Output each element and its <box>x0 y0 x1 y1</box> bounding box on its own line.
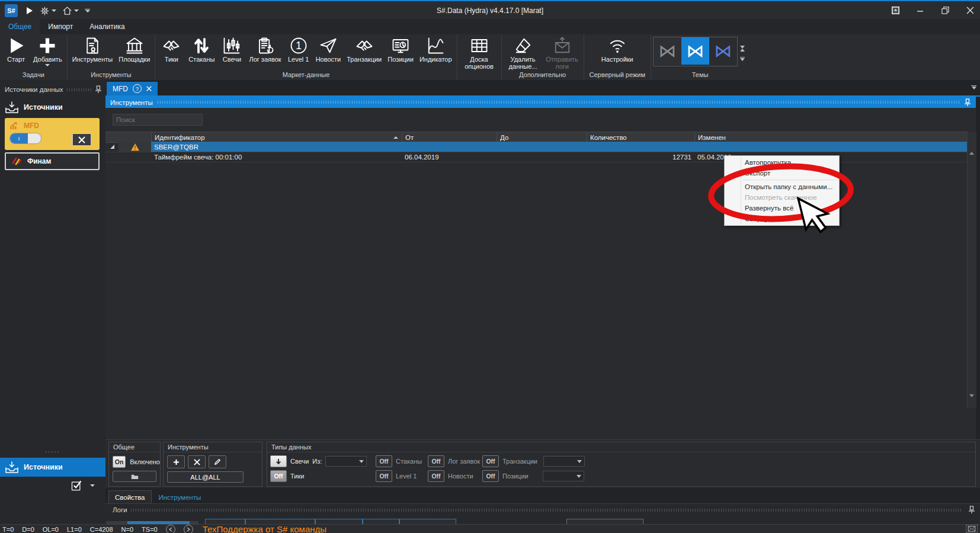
tab-instruments[interactable]: Инструменты <box>153 491 207 503</box>
ribbon-group-market-data: Тики Стаканы Свечи Лог заявок 1 Level 1 <box>155 34 457 80</box>
add-instrument-button[interactable] <box>167 455 185 468</box>
menu-item-open-folder[interactable]: Открыть папку с данными... <box>725 181 839 192</box>
pin-icon[interactable] <box>95 85 102 94</box>
next-button[interactable] <box>184 525 193 533</box>
help-icon[interactable]: ? <box>133 84 142 93</box>
column-header-changed[interactable]: Изменен <box>694 132 967 142</box>
chevron-down-icon[interactable] <box>90 484 95 487</box>
quick-settings-button[interactable] <box>37 4 59 18</box>
theme-light-tile[interactable]: ⋈ <box>709 37 737 65</box>
minimize-button[interactable] <box>912 4 928 17</box>
mfd-enabled-toggle[interactable]: I <box>9 133 41 144</box>
options-board-button[interactable]: Доска опционов <box>459 36 499 70</box>
theme-dark-tile[interactable]: ⋈ <box>654 37 681 65</box>
source-card-mfd[interactable]: MFD I <box>5 118 100 150</box>
prev-button[interactable] <box>166 525 175 533</box>
column-header-from[interactable]: От <box>402 132 497 142</box>
sidebar-item-sources-selected[interactable]: Источники <box>0 458 105 477</box>
ribbon-tab-analytics[interactable]: Аналитика <box>81 19 133 34</box>
level1-toggle[interactable]: Off <box>376 470 392 482</box>
instruments-panel-header[interactable]: Инструменты <box>105 97 976 108</box>
scroll-down-icon[interactable] <box>969 397 974 406</box>
instruments-button[interactable]: Инструменты <box>69 36 116 63</box>
sidebar-item-sources-top[interactable]: Источники <box>0 98 105 117</box>
transactions-combobox[interactable] <box>543 456 585 467</box>
checkbox-checked-icon[interactable] <box>71 480 82 491</box>
close-tab-icon[interactable] <box>146 86 152 91</box>
app-logo[interactable]: S# <box>5 4 18 17</box>
theme-blue-tile-selected[interactable]: ⋈ <box>681 37 709 65</box>
transactions-toggle[interactable]: Off <box>482 455 499 467</box>
all-at-all-button[interactable]: ALL@ALL <box>167 471 244 483</box>
chevron-left-icon <box>169 527 172 532</box>
depths-toggle[interactable]: Off <box>376 455 392 467</box>
news-toggle[interactable]: Off <box>428 470 444 482</box>
ribbon-tab-import[interactable]: Импорт <box>40 19 81 34</box>
scroll-up-icon[interactable] <box>969 143 974 152</box>
enabled-toggle-button[interactable]: On <box>113 456 126 468</box>
candles-download-toggle[interactable] <box>270 455 287 467</box>
source-card-finam[interactable]: Финам <box>5 152 100 170</box>
toolbar-customize-button[interactable] <box>82 4 93 18</box>
menu-item-collapse-all[interactable]: Свернуть всё <box>725 213 839 224</box>
support-link[interactable]: ТехПоддержка от S# команды <box>203 524 326 533</box>
ribbon-group-label: Серверный режим <box>586 71 649 80</box>
positions-button[interactable]: Позиции <box>385 36 417 63</box>
screenshot-button[interactable] <box>888 4 903 17</box>
remove-instrument-button[interactable] <box>188 455 206 468</box>
order-log-button[interactable]: Лог заявок <box>246 36 284 63</box>
tab-list-button[interactable] <box>971 85 976 90</box>
exchanges-button[interactable]: Площадки <box>116 36 153 63</box>
column-header-identifier[interactable]: Идентификатор <box>151 132 402 142</box>
ribbon-tab-common[interactable]: Общее <box>0 19 40 34</box>
orderlog-toggle[interactable]: Off <box>428 455 444 467</box>
menu-item-view-downloaded[interactable]: Посмотреть скаченное <box>725 192 839 203</box>
edit-instrument-button[interactable] <box>209 455 226 468</box>
splitter-handle[interactable]: ..... <box>0 446 105 454</box>
ribbon-group-tasks: Старт Добавить Задачи <box>0 34 68 80</box>
gallery-down-button[interactable] <box>740 49 745 57</box>
quick-home-button[interactable] <box>59 4 82 18</box>
positions-toggle[interactable]: Off <box>482 470 499 482</box>
row-expander[interactable] <box>105 142 119 152</box>
send-logs-button[interactable]: Отправить логи <box>543 36 582 70</box>
transactions-button[interactable]: Транзакции <box>344 36 385 63</box>
column-header-count[interactable]: Количество <box>587 132 694 142</box>
quick-start-button[interactable] <box>21 4 37 18</box>
gallery-expand-button[interactable] <box>740 57 745 61</box>
menu-item-export[interactable]: Экспорт <box>725 168 839 178</box>
logs-panel: Логи <box>105 503 980 525</box>
news-button[interactable]: Новости <box>313 36 344 63</box>
level1-button[interactable]: 1 Level 1 <box>284 36 313 63</box>
close-button[interactable] <box>962 4 978 17</box>
start-button[interactable]: Старт <box>2 36 30 63</box>
menu-item-autoscroll[interactable]: Автопрокрутка <box>725 157 839 168</box>
open-folder-button[interactable] <box>113 471 156 482</box>
server-settings-button[interactable]: Настройки <box>598 36 636 63</box>
menu-item-expand-all[interactable]: Развернуть всё <box>725 203 839 213</box>
counter-transactions: TS=0 <box>142 526 158 533</box>
pin-icon[interactable] <box>964 98 971 107</box>
vertical-scrollbar[interactable] <box>967 132 976 408</box>
remove-source-button[interactable] <box>72 133 91 146</box>
candles-button[interactable]: Свечи <box>217 36 246 63</box>
doc-tab-mfd[interactable]: MFD ? <box>107 82 158 95</box>
indicator-button[interactable]: Индикатор <box>417 36 455 63</box>
send-mail-icon <box>553 37 571 55</box>
pin-icon[interactable] <box>968 506 975 514</box>
restore-button[interactable] <box>937 4 953 17</box>
delete-data-button[interactable]: Удалить данные... <box>504 36 543 70</box>
logs-header[interactable]: Логи <box>105 504 980 516</box>
search-input[interactable] <box>113 114 203 126</box>
column-header-to[interactable]: До <box>497 132 587 142</box>
table-row-parent[interactable]: SBER@TQBR <box>105 142 967 152</box>
ticks-button[interactable]: Тики <box>157 36 185 63</box>
positions-combobox[interactable] <box>543 471 584 481</box>
status-mail-button[interactable] <box>966 525 978 533</box>
chevron-down-icon <box>740 46 745 57</box>
candles-from-combobox[interactable] <box>325 456 367 467</box>
depths-button[interactable]: Стаканы <box>185 36 217 63</box>
tab-properties[interactable]: Свойства <box>108 490 152 503</box>
ticks-toggle[interactable]: Off <box>270 470 287 482</box>
add-task-button[interactable]: Добавить <box>30 36 65 66</box>
